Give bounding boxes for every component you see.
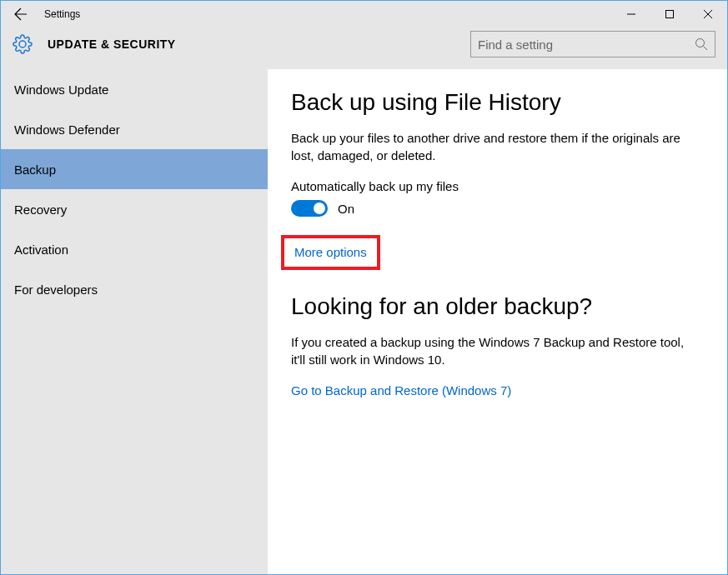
sidebar-item-windows-defender[interactable]: Windows Defender <box>1 109 268 149</box>
close-button[interactable] <box>689 1 727 28</box>
header: UPDATE & SECURITY <box>1 28 727 69</box>
section-title: UPDATE & SECURITY <box>48 38 470 51</box>
heading-older-backup: Looking for an older backup? <box>291 293 704 320</box>
arrow-left-icon <box>14 8 28 21</box>
minimize-icon <box>627 10 635 18</box>
svg-point-1 <box>696 39 705 48</box>
sidebar-item-label: Backup <box>14 162 56 177</box>
sidebar-item-label: Recovery <box>14 202 67 217</box>
sidebar-item-activation[interactable]: Activation <box>1 229 268 269</box>
body: Windows Update Windows Defender Backup R… <box>1 69 727 574</box>
more-options-highlight: More options <box>281 235 380 270</box>
svg-rect-0 <box>666 11 674 18</box>
more-options-link[interactable]: More options <box>294 245 367 259</box>
maximize-icon <box>665 10 674 18</box>
sidebar: Windows Update Windows Defender Backup R… <box>1 69 268 574</box>
sidebar-item-windows-update[interactable]: Windows Update <box>1 69 268 109</box>
desc-older-backup: If you created a backup using the Window… <box>291 333 700 368</box>
sidebar-item-backup[interactable]: Backup <box>1 149 268 189</box>
content: Back up using File History Back up your … <box>268 69 727 574</box>
sidebar-item-recovery[interactable]: Recovery <box>1 189 268 229</box>
gear-icon <box>13 34 33 54</box>
sidebar-item-for-developers[interactable]: For developers <box>1 269 268 309</box>
search-box[interactable] <box>470 31 715 58</box>
toggle-row: On <box>291 200 704 217</box>
backup-restore-win7-link[interactable]: Go to Backup and Restore (Windows 7) <box>291 383 704 398</box>
toggle-state: On <box>338 202 354 216</box>
close-icon <box>704 10 712 18</box>
desc-file-history: Back up your files to another drive and … <box>291 129 700 164</box>
heading-file-history: Back up using File History <box>291 89 704 116</box>
window-controls <box>612 1 727 28</box>
sidebar-item-label: Activation <box>14 242 68 257</box>
titlebar: Settings <box>1 1 727 28</box>
sidebar-item-label: For developers <box>14 282 98 297</box>
search-icon <box>695 38 708 51</box>
minimize-button[interactable] <box>612 1 650 28</box>
back-button[interactable] <box>1 1 41 28</box>
sidebar-item-label: Windows Defender <box>14 122 120 137</box>
sidebar-item-label: Windows Update <box>14 82 108 97</box>
toggle-label: Automatically back up my files <box>291 179 704 193</box>
maximize-button[interactable] <box>650 1 689 28</box>
window-title: Settings <box>41 8 612 20</box>
search-input[interactable] <box>478 38 695 52</box>
auto-backup-toggle[interactable] <box>291 200 328 217</box>
